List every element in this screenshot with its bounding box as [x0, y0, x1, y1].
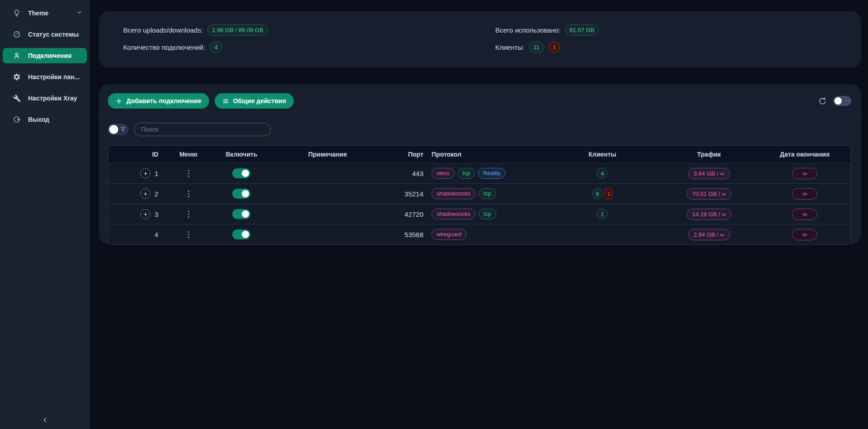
stats-card: Всего uploads/downloads: 1.98 GB / 89.09… — [99, 11, 861, 67]
enable-toggle[interactable] — [232, 189, 250, 199]
toolbar: Добавить подключение Общие действия — [108, 93, 851, 109]
connections-count-badge: 4 — [210, 42, 222, 53]
bulk-actions-button[interactable]: Общие действия — [215, 93, 294, 109]
search-input[interactable] — [134, 123, 271, 136]
sidebar-item-label: Настройки пан... — [28, 73, 80, 81]
traffic-badge: 3.94 GB / ∞ — [688, 168, 730, 179]
row-menu-button[interactable] — [185, 209, 192, 219]
clients-count-badge: 1 — [597, 209, 608, 219]
table-row: 2 35214 shadowsocks tcp 6 1 70.01 GB / ∞ — [108, 183, 851, 204]
main-content: Всего uploads/downloads: 1.98 GB / 89.09… — [90, 0, 868, 429]
gear-icon — [13, 73, 21, 81]
stats-right-column: Всего использовано: 91.07 GB Клиенты: 11… — [495, 23, 861, 57]
sidebar-collapse-button[interactable] — [0, 416, 90, 424]
sidebar: Theme Статус системы Подключения Настрой… — [0, 0, 90, 429]
sidebar-item-logout[interactable]: Выход — [3, 112, 87, 127]
traffic-badge: 14.19 GB / ∞ — [686, 209, 731, 220]
traffic-badge: 2.94 GB / ∞ — [688, 229, 730, 240]
clients-depleted-badge: 1 — [605, 188, 613, 199]
protocol-tag: shadowsocks — [432, 209, 475, 219]
gauge-icon — [13, 30, 21, 38]
user-icon — [13, 52, 21, 60]
sidebar-item-xray-settings[interactable]: Настройки Xray — [3, 91, 87, 106]
sidebar-item-label: Theme — [28, 10, 48, 17]
col-header-port: Порт — [384, 151, 430, 158]
refresh-icon[interactable] — [818, 97, 827, 105]
total-used-label: Всего использовано: — [495, 26, 561, 34]
col-header-clients: Клиенты — [546, 151, 659, 158]
clients-label: Клиенты: — [495, 43, 524, 51]
wrench-icon — [13, 94, 21, 102]
traffic-badge: 70.01 GB / ∞ — [686, 188, 731, 200]
row-menu-button[interactable] — [185, 229, 192, 240]
col-header-protocol: Протокол — [430, 151, 546, 158]
security-tag: Reality — [478, 168, 505, 179]
row-menu-button[interactable] — [185, 168, 192, 179]
sidebar-item-connections[interactable]: Подключения — [3, 48, 87, 63]
expand-row-button[interactable] — [140, 189, 150, 199]
row-port: 35214 — [384, 190, 430, 198]
uploads-downloads-badge: 1.98 GB / 89.09 GB — [207, 24, 268, 36]
protocol-tag: shadowsocks — [432, 188, 475, 199]
sidebar-item-label: Подключения — [28, 52, 72, 59]
sidebar-item-label: Выход — [28, 116, 49, 123]
expiry-badge: ∞ — [792, 209, 817, 220]
row-port: 443 — [384, 170, 430, 177]
hamburger-icon — [222, 98, 229, 105]
expiry-badge: ∞ — [792, 168, 817, 179]
enable-toggle[interactable] — [232, 209, 250, 219]
enable-toggle[interactable] — [232, 229, 250, 239]
col-header-menu: Меню — [165, 151, 212, 158]
transport-tag: tcp — [458, 168, 475, 179]
table-row: 3 42720 shadowsocks tcp 1 14.19 GB / ∞ ∞ — [108, 204, 851, 224]
enable-toggle[interactable] — [232, 168, 250, 178]
clients-active-badge: 11 — [529, 42, 544, 53]
logout-icon — [13, 115, 21, 124]
table-row: 1 443 vless tcp Reality 4 3.94 GB / ∞ ∞ — [108, 163, 851, 183]
row-menu-button[interactable] — [185, 189, 192, 199]
uploads-downloads-label: Всего uploads/downloads: — [123, 26, 203, 34]
lightbulb-icon — [13, 9, 21, 17]
row-id: 3 — [154, 210, 158, 218]
auto-refresh-toggle[interactable] — [833, 96, 851, 106]
transport-tag: tcp — [479, 209, 496, 219]
sidebar-item-system-status[interactable]: Статус системы — [3, 27, 87, 42]
sidebar-item-theme[interactable]: Theme — [3, 5, 87, 21]
expand-row-button[interactable] — [140, 168, 150, 178]
funnel-icon — [120, 126, 126, 134]
table-row: 4 53568 wireguard 2.94 GB / ∞ ∞ — [108, 224, 851, 244]
search-row — [108, 123, 851, 136]
connections-table: ID Меню Включить Примечание Порт Протоко… — [108, 145, 851, 245]
expiry-badge: ∞ — [792, 229, 817, 240]
sidebar-item-panel-settings[interactable]: Настройки пан... — [3, 69, 87, 85]
row-port: 53568 — [384, 231, 430, 238]
clients-depleted-badge: 1 — [549, 42, 560, 53]
connections-count-label: Количество подключений: — [123, 43, 205, 51]
plus-icon — [115, 98, 122, 105]
row-id: 1 — [154, 170, 158, 177]
col-header-id: ID — [108, 151, 165, 158]
col-header-note: Примечание — [271, 151, 384, 158]
clients-count-badge: 4 — [597, 168, 608, 179]
clients-count-badge: 6 — [592, 188, 603, 199]
col-header-traffic: Трафик — [659, 151, 759, 158]
sidebar-item-label: Статус системы — [28, 31, 79, 38]
protocol-tag: wireguard — [432, 229, 466, 240]
row-port: 42720 — [384, 210, 430, 218]
total-used-badge: 91.07 GB — [565, 24, 599, 36]
expand-row-button[interactable] — [140, 209, 150, 219]
filter-toggle[interactable] — [108, 124, 129, 135]
table-header-row: ID Меню Включить Примечание Порт Протоко… — [108, 146, 851, 163]
add-connection-button[interactable]: Добавить подключение — [108, 93, 209, 109]
sidebar-item-label: Настройки Xray — [28, 95, 77, 102]
row-id: 2 — [154, 190, 158, 198]
stats-left-column: Всего uploads/downloads: 1.98 GB / 89.09… — [99, 23, 495, 57]
transport-tag: tcp — [479, 188, 496, 199]
col-header-expiry: Дата окончания — [759, 151, 851, 158]
chevron-down-icon[interactable] — [77, 10, 82, 17]
expiry-badge: ∞ — [792, 188, 817, 200]
row-id: 4 — [154, 231, 158, 238]
protocol-tag: vless — [432, 168, 454, 179]
toolbar-divider — [99, 115, 861, 115]
connections-panel-card: Добавить подключение Общие действия — [99, 84, 861, 244]
